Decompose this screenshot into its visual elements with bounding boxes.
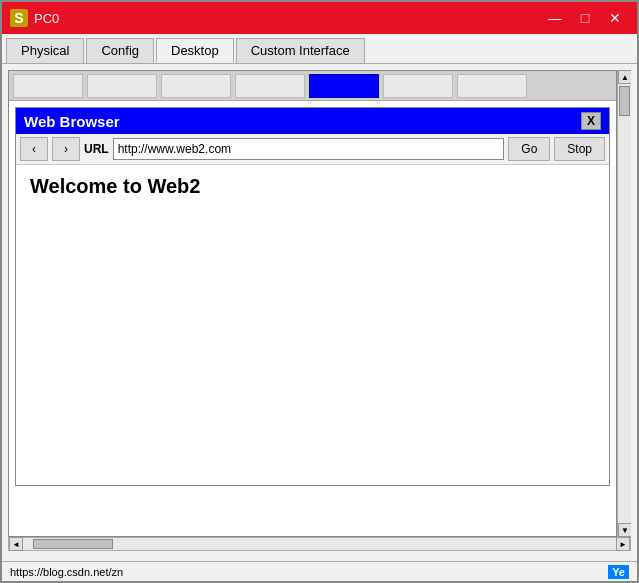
close-button[interactable]: ✕	[601, 8, 629, 28]
maximize-button[interactable]: □	[571, 8, 599, 28]
browser-welcome-text: Welcome to Web2	[30, 175, 595, 198]
vertical-scrollbar: ▲ ▼	[617, 70, 631, 537]
horizontal-scrollbar: ◄ ►	[8, 537, 631, 551]
browser-title-text: Web Browser	[24, 113, 120, 130]
scroll-thumb-vertical[interactable]	[619, 86, 630, 116]
thumb-5-active[interactable]	[309, 74, 379, 98]
window-title: PC0	[34, 11, 541, 26]
tab-custom-interface[interactable]: Custom Interface	[236, 38, 365, 63]
url-label: URL	[84, 142, 109, 156]
main-window: S PC0 — □ ✕ Physical Config Desktop Cust…	[0, 0, 639, 583]
thumb-7[interactable]	[457, 74, 527, 98]
scroll-right-button[interactable]: ►	[616, 537, 630, 551]
browser-toolbar: ‹ › URL Go Stop	[16, 134, 609, 165]
thumb-3[interactable]	[161, 74, 231, 98]
tab-physical[interactable]: Physical	[6, 38, 84, 63]
browser-stop-button[interactable]: Stop	[554, 137, 605, 161]
scroll-up-button[interactable]: ▲	[618, 70, 631, 84]
thumb-1[interactable]	[13, 74, 83, 98]
browser-go-button[interactable]: Go	[508, 137, 550, 161]
thumb-6[interactable]	[383, 74, 453, 98]
main-area: Web Browser X ‹ › URL Go Stop Welcome to…	[2, 64, 637, 561]
minimize-button[interactable]: —	[541, 8, 569, 28]
scroll-down-button[interactable]: ▼	[618, 523, 631, 537]
app-icon: S	[10, 9, 28, 27]
browser-forward-button[interactable]: ›	[52, 137, 80, 161]
thumbnail-strip	[9, 71, 616, 101]
browser-close-button[interactable]: X	[581, 112, 601, 130]
browser-title-bar: Web Browser X	[16, 108, 609, 134]
status-indicator: Ye	[608, 565, 629, 579]
browser-back-button[interactable]: ‹	[20, 137, 48, 161]
browser-content: Welcome to Web2	[16, 165, 609, 485]
bottom-scroll-area: ◄ ►	[8, 537, 631, 555]
scroll-left-button[interactable]: ◄	[9, 537, 23, 551]
scroll-track-vertical[interactable]	[618, 84, 631, 523]
scroll-thumb-horizontal[interactable]	[33, 539, 113, 549]
status-url: https://blog.csdn.net/zn	[10, 566, 123, 578]
scroll-track-horizontal[interactable]	[23, 538, 616, 550]
thumb-4[interactable]	[235, 74, 305, 98]
status-bar: https://blog.csdn.net/zn Ye	[2, 561, 637, 581]
title-bar: S PC0 — □ ✕	[2, 2, 637, 34]
window-controls: — □ ✕	[541, 8, 629, 28]
thumb-2[interactable]	[87, 74, 157, 98]
tab-desktop[interactable]: Desktop	[156, 38, 234, 63]
tab-config[interactable]: Config	[86, 38, 154, 63]
desktop-scroll-container: Web Browser X ‹ › URL Go Stop Welcome to…	[8, 70, 631, 537]
tab-bar: Physical Config Desktop Custom Interface	[2, 34, 637, 64]
web-browser-widget: Web Browser X ‹ › URL Go Stop Welcome to…	[15, 107, 610, 486]
url-input[interactable]	[113, 138, 505, 160]
desktop-inner: Web Browser X ‹ › URL Go Stop Welcome to…	[8, 70, 617, 537]
